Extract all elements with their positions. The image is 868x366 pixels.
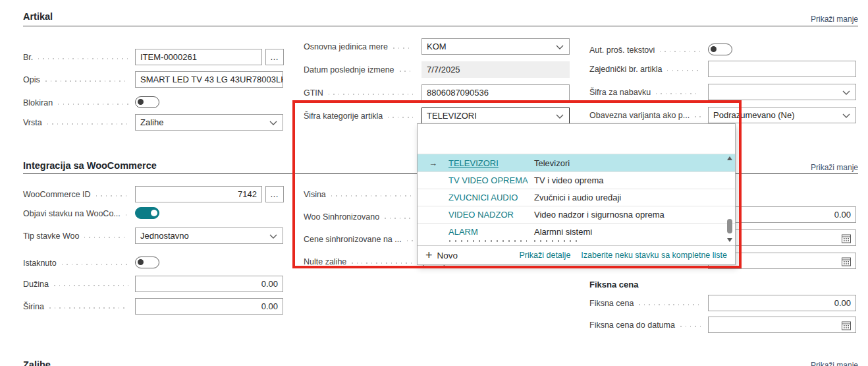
chevron-down-icon bbox=[269, 121, 277, 125]
objavi-toggle[interactable] bbox=[135, 207, 159, 219]
calendar-icon[interactable] bbox=[841, 320, 852, 331]
dotted-leader bbox=[329, 94, 413, 95]
dotted-leader bbox=[62, 264, 128, 265]
field-label-duzina: Dužina bbox=[23, 276, 132, 292]
aut-tekstovi-toggle[interactable] bbox=[708, 44, 732, 55]
dotted-leader bbox=[680, 326, 702, 327]
show-details-link[interactable]: Prikaži detalje bbox=[520, 251, 571, 260]
field-label-osnovna-jedinica: Osnovna jedinica mere bbox=[304, 38, 416, 55]
dropdown-scrollbar[interactable] bbox=[725, 154, 734, 244]
section-divider bbox=[23, 26, 858, 26]
istaknuto-toggle[interactable] bbox=[135, 257, 159, 268]
field-label-datum-izmene: Datum poslednje izmene bbox=[304, 61, 416, 78]
br-input[interactable]: ITEM-0000261 bbox=[135, 49, 262, 65]
chevron-down-icon bbox=[842, 113, 850, 118]
field-label-sirina: Širina bbox=[23, 298, 132, 315]
field-label-vrsta: Vrsta bbox=[23, 114, 132, 131]
chevron-down-icon bbox=[556, 114, 564, 119]
scroll-up-icon[interactable] bbox=[727, 156, 732, 160]
show-less-link-woocommerce[interactable]: Prikaži manje bbox=[811, 163, 858, 172]
woo-id-input[interactable]: 7142 bbox=[135, 186, 262, 202]
dotted-leader bbox=[407, 240, 413, 241]
calendar-icon[interactable] bbox=[841, 256, 852, 267]
dotted-leader bbox=[393, 47, 413, 49]
dotted-leader bbox=[352, 262, 413, 264]
section-title-zalihe: Zalihe bbox=[23, 359, 51, 366]
dotted-leader bbox=[385, 218, 413, 219]
section-title-artikal: Artikal bbox=[23, 11, 53, 22]
datum-izmene-readonly: 7/7/2025 bbox=[421, 61, 570, 78]
fiksna-cena-input[interactable]: 0.00 bbox=[708, 295, 856, 311]
dotted-leader bbox=[38, 58, 128, 59]
tip-stavke-select[interactable]: Jednostavno bbox=[135, 228, 283, 244]
sifra-nabavku-select[interactable] bbox=[708, 84, 856, 100]
group-title-fiksna-cena: Fiksna cena bbox=[589, 280, 638, 290]
gtin-input[interactable]: 8806087090536 bbox=[421, 84, 570, 101]
dotted-leader bbox=[695, 116, 702, 117]
dotted-leader bbox=[96, 195, 128, 197]
field-label-cene-sinhronizovane: Cene sinhronizovane na ... bbox=[304, 231, 416, 247]
field-label-fiksna-cena-do-datuma: Fiksna cena do datuma bbox=[589, 317, 705, 333]
field-label-nulte-zalihe: Nulte zalihe bbox=[304, 253, 416, 270]
field-label-istaknuto: Istaknuto bbox=[23, 255, 132, 271]
woo-id-assist-edit-button[interactable]: … bbox=[265, 186, 284, 202]
dotted-leader bbox=[400, 71, 413, 72]
field-label-sifra-nabavku: Šifra za nabavku bbox=[589, 84, 703, 100]
blokiran-toggle[interactable] bbox=[135, 96, 159, 108]
select-from-full-list-link[interactable]: Izaberite neku stavku sa kompletne liste bbox=[581, 251, 727, 260]
field-label-fiksna-cena: Fiksna cena bbox=[589, 295, 703, 311]
br-assist-edit-button[interactable]: … bbox=[265, 49, 284, 65]
duzina-input[interactable]: 0.00 bbox=[135, 276, 283, 292]
field-label-gtin: GTIN bbox=[304, 84, 416, 101]
field-label-blokiran: Blokiran bbox=[23, 94, 132, 111]
dropdown-row-tv-video-oprema[interactable]: TV VIDEO OPREMA TV i video oprema bbox=[418, 171, 735, 189]
item-card-page: Artikal Prikaži manje Br. ITEM-0000261 …… bbox=[0, 0, 868, 366]
chevron-down-icon bbox=[842, 90, 850, 95]
dotted-leader bbox=[126, 214, 128, 216]
dotted-leader bbox=[656, 93, 700, 94]
dotted-leader bbox=[331, 195, 413, 197]
dotted-leader bbox=[58, 104, 128, 105]
section-title-woocommerce: Integracija sa WooCommerce bbox=[23, 160, 157, 171]
dotted-leader bbox=[388, 117, 413, 118]
vrsta-select[interactable]: Zalihe bbox=[135, 114, 283, 131]
field-label-tip-stavke: Tip stavke Woo bbox=[23, 228, 132, 244]
zajednicki-br-input[interactable] bbox=[708, 61, 856, 77]
new-button[interactable]: + Novo bbox=[425, 251, 458, 260]
dotted-leader bbox=[47, 123, 128, 125]
opis-input[interactable]: SMART LED TV 43 LG 43UR78003LK 38 bbox=[135, 71, 283, 88]
field-label-opis: Opis bbox=[23, 71, 132, 88]
field-label-objavi: Objavi stavku na WooCo... bbox=[23, 205, 132, 222]
sirina-input[interactable]: 0.00 bbox=[135, 298, 283, 315]
fiksna-cena-do-datuma-input[interactable] bbox=[708, 317, 856, 333]
dropdown-row-alarm[interactable]: ALARM Alarmni sistemi bbox=[418, 223, 735, 240]
show-less-link-zalihe[interactable]: Prikaži manje bbox=[811, 361, 858, 366]
scroll-down-icon[interactable] bbox=[727, 238, 732, 242]
field-label-zajednicki-br: Zajednički br. artikla bbox=[589, 61, 703, 77]
clipped-row-fragment bbox=[449, 240, 527, 242]
field-label-sifra-kategorije: Šifra kategorije artikla bbox=[304, 107, 416, 124]
dotted-leader bbox=[660, 51, 700, 52]
dotted-leader bbox=[639, 304, 700, 305]
dotted-leader bbox=[84, 237, 128, 238]
dotted-leader bbox=[49, 307, 128, 309]
dropdown-row-video-nadzor[interactable]: VIDEO NADZOR Video nadzor i sigurnosna o… bbox=[418, 206, 735, 223]
sifra-kategorije-combobox[interactable]: TELEVIZORI bbox=[421, 107, 570, 124]
chevron-down-icon bbox=[269, 234, 277, 239]
chevron-down-icon bbox=[556, 45, 564, 49]
dotted-leader bbox=[45, 80, 128, 82]
osnovna-jedinica-select[interactable]: KOM bbox=[421, 38, 570, 55]
field-label-aut-tekstovi: Aut. proš. tekstovi bbox=[589, 42, 703, 58]
dropdown-row-zvucnici-audio[interactable]: ZVUCNICI AUDIO Zvučnici i audio uređaji bbox=[418, 189, 735, 206]
field-label-woo-id: WooCommerce ID bbox=[23, 186, 132, 202]
field-label-visina: Visina bbox=[304, 186, 416, 202]
show-less-link-artikal[interactable]: Prikaži manje bbox=[811, 15, 858, 24]
current-row-arrow-icon: → bbox=[429, 158, 437, 168]
dotted-leader bbox=[54, 285, 128, 286]
obavezna-varijanta-select[interactable]: Podrazumevano (Ne) bbox=[708, 107, 856, 123]
field-label-woo-sinhronizovano: Woo Sinhronizovano bbox=[304, 208, 416, 225]
calendar-icon[interactable] bbox=[841, 233, 852, 244]
scrollbar-thumb[interactable] bbox=[727, 219, 732, 233]
dropdown-row-televizori[interactable]: → TELEVIZORI Televizori bbox=[418, 154, 735, 171]
field-label-br: Br. bbox=[23, 49, 132, 65]
